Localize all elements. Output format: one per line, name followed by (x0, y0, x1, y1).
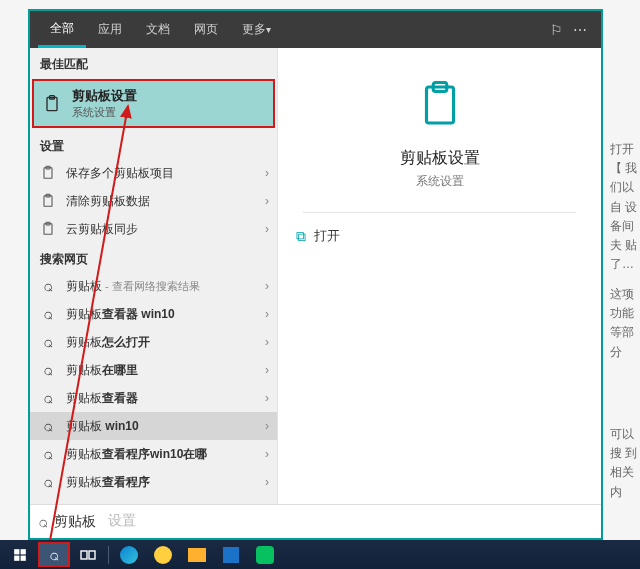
web-search-item-label: 剪贴板怎么打开 (66, 334, 267, 351)
search-icon (40, 362, 56, 378)
clipboard-icon (42, 94, 62, 114)
svg-rect-16 (89, 551, 95, 559)
search-icon (38, 513, 48, 531)
search-icon (40, 390, 56, 406)
settings-item-label: 清除剪贴板数据 (66, 193, 267, 210)
section-best-match: 最佳匹配 (30, 48, 277, 77)
web-search-item[interactable]: 剪贴板查看程序win10在哪 (30, 440, 277, 468)
web-search-item-label: 剪贴板 win10 (66, 418, 267, 435)
tab-web[interactable]: 网页 (182, 11, 230, 48)
side-text: 这项功能 等部分 (610, 285, 640, 362)
web-search-item-label: 剪贴板 - 查看网络搜索结果 (66, 278, 267, 295)
settings-item-label: 保存多个剪贴板项目 (66, 165, 267, 182)
web-search-item-label: 剪贴板查看器 win10 (66, 306, 267, 323)
feedback-icon[interactable]: ⚐ (550, 22, 563, 38)
search-icon (40, 446, 56, 462)
taskbar-app-browser[interactable] (147, 542, 179, 567)
settings-item[interactable]: 保存多个剪贴板项目 (30, 159, 277, 187)
search-icon (40, 306, 56, 322)
web-search-item[interactable]: 剪贴板 win10 (30, 412, 277, 440)
divider (108, 546, 109, 564)
best-match-item[interactable]: 剪贴板设置 系统设置 (32, 79, 275, 128)
side-text: 打开【 我们以自 设备间夫 贴了… (610, 140, 640, 274)
tab-more[interactable]: 更多 (230, 11, 283, 48)
chevron-right-icon (265, 166, 269, 180)
preview-sub: 系统设置 (416, 173, 464, 190)
search-icon (49, 547, 59, 563)
chevron-right-icon (265, 475, 269, 489)
tab-all[interactable]: 全部 (38, 11, 86, 48)
svg-rect-12 (21, 549, 26, 554)
chevron-right-icon (265, 279, 269, 293)
chevron-right-icon (265, 335, 269, 349)
taskbar-app-store[interactable] (215, 542, 247, 567)
web-search-item-label: 剪贴板查看程序 (66, 474, 267, 491)
best-match-title: 剪贴板设置 (72, 87, 137, 105)
settings-item-label: 云剪贴板同步 (66, 221, 267, 238)
start-button[interactable] (4, 542, 36, 567)
search-icon (40, 418, 56, 434)
search-input[interactable] (54, 514, 593, 530)
overflow-icon[interactable]: ⋯ (573, 22, 587, 38)
web-search-item[interactable]: 剪贴板查看程序 (30, 468, 277, 496)
open-icon: ⧉ (296, 228, 306, 245)
svg-rect-13 (14, 555, 19, 560)
clipboard-icon (40, 165, 56, 181)
chevron-right-icon (265, 447, 269, 461)
chevron-right-icon (265, 194, 269, 208)
chevron-right-icon (265, 307, 269, 321)
preview-pane: 剪贴板设置 系统设置 ⧉ 打开 (278, 48, 601, 504)
search-icon (40, 474, 56, 490)
web-search-item[interactable]: 剪贴板怎么打开 (30, 328, 277, 356)
clipboard-icon (40, 221, 56, 237)
taskbar-app-edge[interactable] (113, 542, 145, 567)
settings-item[interactable]: 云剪贴板同步 (30, 215, 277, 243)
divider (303, 212, 576, 213)
web-search-item[interactable]: 剪贴板 - 查看网络搜索结果 (30, 272, 277, 300)
search-icon (40, 278, 56, 294)
search-panel: 全部 应用 文档 网页 更多 ⚐ ⋯ 最佳匹配 剪贴板设置 系统设置 (28, 9, 603, 540)
clipboard-icon (40, 193, 56, 209)
web-search-item[interactable]: 剪贴板在哪里 (30, 356, 277, 384)
tab-apps[interactable]: 应用 (86, 11, 134, 48)
taskbar-search-button[interactable] (38, 542, 70, 567)
web-search-item-label: 剪贴板在哪里 (66, 362, 267, 379)
taskbar (0, 540, 640, 569)
svg-rect-14 (21, 555, 26, 560)
results-list: 最佳匹配 剪贴板设置 系统设置 设置 保存多个剪贴板项目清除剪贴板数据云剪贴板同… (30, 48, 278, 504)
best-match-sub: 系统设置 (72, 105, 137, 120)
search-tabs: 全部 应用 文档 网页 更多 ⚐ ⋯ (30, 11, 601, 48)
task-view-button[interactable] (72, 542, 104, 567)
preview-open-action[interactable]: ⧉ 打开 (288, 223, 348, 249)
tab-docs[interactable]: 文档 (134, 11, 182, 48)
section-settings: 设置 (30, 130, 277, 159)
side-text: 可以搜 到相关内 (610, 425, 640, 502)
web-search-item[interactable]: 剪贴板查看器 win10 (30, 300, 277, 328)
web-search-item-label: 剪贴板查看程序win10在哪 (66, 446, 267, 463)
web-search-item-label: 剪贴板查看器 (66, 390, 267, 407)
clipboard-icon (413, 78, 467, 132)
chevron-right-icon (265, 419, 269, 433)
search-input-row: 设置 (30, 504, 601, 538)
chevron-right-icon (265, 363, 269, 377)
preview-open-label: 打开 (314, 227, 340, 245)
preview-title: 剪贴板设置 (400, 148, 480, 169)
section-web: 搜索网页 (30, 243, 277, 272)
chevron-right-icon (265, 391, 269, 405)
taskbar-app-wechat[interactable] (249, 542, 281, 567)
taskbar-app-explorer[interactable] (181, 542, 213, 567)
web-search-item[interactable]: 剪贴板查看器 (30, 384, 277, 412)
svg-rect-11 (14, 549, 19, 554)
chevron-right-icon (265, 222, 269, 236)
svg-rect-15 (81, 551, 87, 559)
settings-item[interactable]: 清除剪贴板数据 (30, 187, 277, 215)
search-icon (40, 334, 56, 350)
